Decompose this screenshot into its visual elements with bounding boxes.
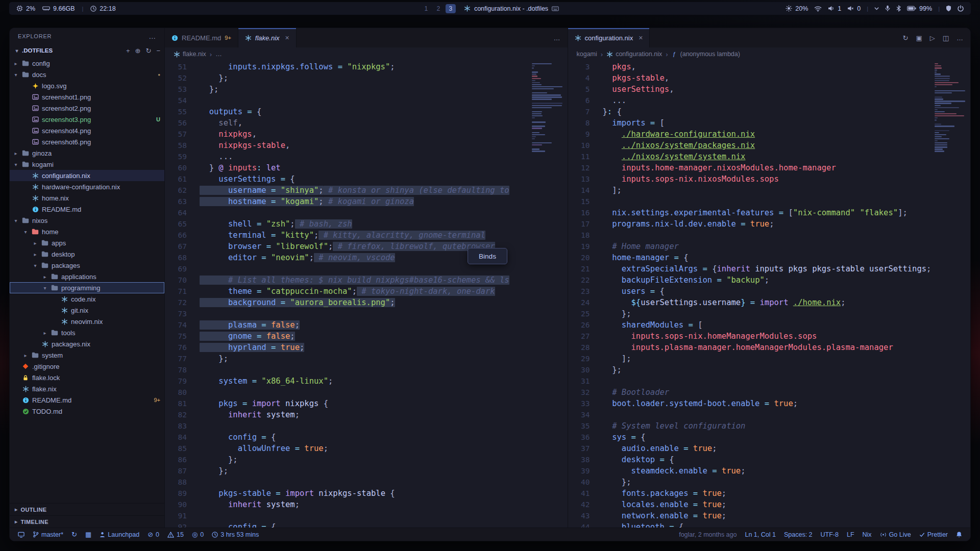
topbar-module-microphone[interactable] — [885, 5, 890, 12]
tree-item[interactable]: ▾packages — [10, 260, 164, 271]
topbar-module-bluetooth[interactable] — [896, 5, 901, 12]
status-cursor-position[interactable]: Ln 1, Col 1 — [741, 528, 779, 541]
status-ports[interactable]: ◎0 — [188, 528, 208, 541]
line-number: 73 — [165, 308, 200, 319]
new-folder-icon[interactable]: ⊕ — [135, 47, 141, 54]
breadcrumb-item[interactable]: flake.nix — [174, 51, 206, 58]
tree-item[interactable]: ▾nixos — [10, 215, 164, 226]
breadcrumb-item[interactable]: … — [215, 51, 222, 58]
tree-item[interactable]: configuration.nix — [10, 170, 164, 181]
topbar-module-mic-level[interactable]: 0 — [847, 5, 861, 12]
tree-item[interactable]: ▸tools — [10, 327, 164, 338]
refresh-explorer-icon[interactable]: ↻ — [146, 47, 152, 54]
explorer-more-icon[interactable]: … — [149, 32, 156, 40]
status-remote-indicator[interactable] — [14, 528, 29, 541]
tree-item[interactable]: screenshot6.png — [10, 136, 164, 147]
tree-item[interactable]: screenshot3.pngU — [10, 114, 164, 125]
status-prettier[interactable]: Prettier — [915, 528, 952, 541]
workspace-button[interactable]: 3 — [446, 4, 456, 13]
breadcrumb-item[interactable]: configuration.nix — [606, 51, 662, 58]
status-sync-changes[interactable]: ↻ — [67, 528, 81, 541]
tree-item[interactable]: logo.svg — [10, 80, 164, 91]
collapse-folders-icon[interactable]: − — [156, 47, 160, 54]
tree-item[interactable]: ▸apps — [10, 237, 164, 248]
status-notifications[interactable] — [952, 528, 966, 541]
topbar-module-security[interactable] — [946, 5, 951, 12]
workspace-root-row[interactable]: ▾ .DOTFILES +⊕↻− — [10, 44, 164, 57]
tree-item[interactable]: home.nix — [10, 192, 164, 204]
topbar-module-wifi[interactable] — [814, 6, 822, 12]
tree-item[interactable]: flake.nix — [10, 383, 164, 394]
sidebar-panel-timeline[interactable]: ▸TIMELINE — [10, 515, 164, 528]
status-encoding[interactable]: UTF-8 — [817, 528, 843, 541]
tab-configuration.nix[interactable]: configuration.nix× — [568, 28, 650, 47]
status-launchpad[interactable]: Launchpad — [95, 528, 143, 541]
tree-item[interactable]: ▾docs● — [10, 69, 164, 80]
workspace-button[interactable]: 2 — [433, 4, 444, 13]
tree-item[interactable]: README.md — [10, 204, 164, 215]
tab-flake.nix[interactable]: flake.nix× — [238, 28, 297, 47]
sidebar-panel-outline[interactable]: ▸OUTLINE — [10, 503, 164, 515]
tree-item[interactable]: ▸desktop — [10, 248, 164, 260]
breadcrumb-item[interactable]: kogami — [577, 51, 597, 58]
status-problems-warnings[interactable]: 15 — [163, 528, 188, 541]
code-line: 28 inputs.plasma-manager.homeManagerModu… — [568, 342, 932, 353]
workspace-button[interactable]: 1 — [421, 4, 431, 13]
close-tab-icon[interactable]: × — [285, 34, 289, 42]
topbar-module-clock[interactable]: 22:18 — [90, 5, 115, 12]
tree-item[interactable]: ▾programming — [10, 282, 164, 293]
status-git-branch[interactable]: master* — [29, 528, 67, 541]
status-indentation[interactable]: Spaces: 2 — [780, 528, 817, 541]
tree-item[interactable]: code.nix — [10, 293, 164, 305]
tree-item[interactable]: ▸config — [10, 58, 164, 69]
status-language-mode[interactable]: Nix — [859, 528, 876, 541]
tree-item[interactable]: TODO.md — [10, 406, 164, 417]
status-editor-layout[interactable]: ▦ — [81, 528, 95, 541]
tree-item[interactable]: README.md9+ — [10, 394, 164, 406]
new-file-icon[interactable]: + — [126, 47, 130, 54]
topbar-module-brightness[interactable]: 20% — [786, 5, 808, 12]
run-icon[interactable]: ▷ — [930, 35, 935, 41]
code-editor[interactable]: 51 inputs.nixpkgs.follows = "nixpkgs";52… — [165, 61, 529, 528]
tree-item[interactable]: screenshot2.png — [10, 103, 164, 114]
status-git-blame[interactable]: foglar, 2 months ago — [675, 528, 741, 541]
status-time-tracker[interactable]: 3 hrs 53 mins — [208, 528, 263, 541]
tree-item[interactable]: flake.lock — [10, 372, 164, 383]
tree-item[interactable]: git.nix — [10, 305, 164, 316]
topbar-module-battery[interactable]: 99% — [907, 5, 932, 12]
more-icon[interactable]: … — [957, 35, 963, 41]
minimap-line — [532, 80, 535, 81]
status-eol[interactable]: LF — [843, 528, 859, 541]
tree-item[interactable]: screenshot1.png — [10, 91, 164, 103]
tree-item[interactable]: ▾home — [10, 226, 164, 237]
status-go-live[interactable]: Go Live — [876, 528, 915, 541]
topbar-module-power[interactable] — [958, 5, 964, 12]
tree-item[interactable]: ▾kogami — [10, 159, 164, 170]
tree-item[interactable]: ▸ginoza — [10, 147, 164, 159]
tree-item[interactable]: .gitignore — [10, 361, 164, 372]
topbar-module-cpu-usage[interactable]: 2% — [16, 5, 35, 12]
minimap-line — [935, 134, 946, 135]
sync-icon[interactable]: ↻ — [903, 35, 909, 41]
chevron-down-icon: ▾ — [13, 72, 19, 78]
split-editor-icon[interactable]: ◫ — [943, 35, 949, 41]
tree-item[interactable]: ▸applications — [10, 271, 164, 282]
tree-item[interactable]: ▸system — [10, 349, 164, 361]
tree-item[interactable]: neovim.nix — [10, 316, 164, 327]
tab-README.md[interactable]: README.md9+ — [165, 28, 238, 47]
line-text: allowUnfree = true; — [200, 443, 529, 454]
code-editor[interactable]: 3 pkgs,4 pkgs-stable,5 userSettings,6 ..… — [568, 61, 932, 528]
topbar-module-memory-usage[interactable]: 9.66GB — [42, 5, 75, 12]
tree-item[interactable]: packages.nix — [10, 338, 164, 349]
breadcrumb-item[interactable]: ƒ(anonymous lambda) — [672, 51, 740, 58]
minimap[interactable] — [932, 61, 970, 528]
tree-item[interactable]: screenshot4.png — [10, 125, 164, 136]
minimap[interactable] — [529, 61, 568, 528]
close-tab-icon[interactable]: × — [639, 34, 643, 42]
compare-icon[interactable]: ▣ — [916, 35, 922, 41]
topbar-module-tray-expander[interactable] — [874, 7, 879, 10]
topbar-module-volume[interactable]: 1 — [828, 5, 841, 12]
more-icon[interactable]: … — [554, 35, 560, 41]
status-problems-errors[interactable]: ⊘0 — [143, 528, 163, 541]
tree-item[interactable]: hardware-configuration.nix — [10, 181, 164, 192]
